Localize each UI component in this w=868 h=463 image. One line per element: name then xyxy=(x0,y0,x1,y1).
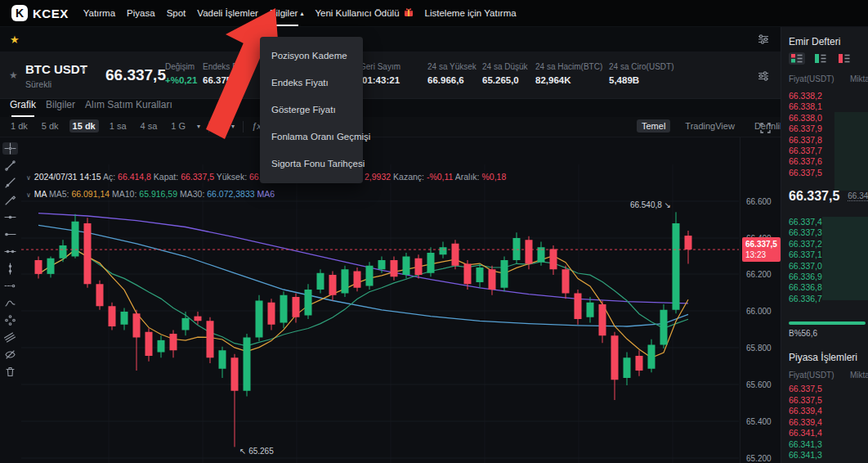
index-price[interactable]: 66.343 xyxy=(848,191,868,201)
ask-row[interactable]: 66.337,9 xyxy=(781,124,868,134)
chart-mode-tradingview[interactable]: TradingView xyxy=(680,119,740,133)
collapse-chevron-icon[interactable]: ∨ xyxy=(26,191,31,199)
price-axis[interactable]: 66.337,5 13:23 66.60066.40066.20066.0006… xyxy=(740,137,781,463)
dropdown-item-2[interactable]: Gösterge Fiyatı xyxy=(260,97,363,124)
last-price: 66.337,5 xyxy=(105,66,166,84)
timeframe-1sa[interactable]: 1 sa xyxy=(106,119,130,133)
nav-item-1[interactable]: Piyasa xyxy=(127,0,155,26)
trade-row[interactable]: 66.341,4 xyxy=(781,428,868,439)
collapse-chevron-icon[interactable]: ∨ xyxy=(26,174,31,182)
ask-row[interactable]: 66.337,6 xyxy=(781,156,868,167)
axis-price-label: 65.800 xyxy=(746,344,772,353)
settings-sliders-icon[interactable] xyxy=(758,34,769,48)
tool-horizontal-line-icon[interactable] xyxy=(2,211,18,223)
trade-row[interactable]: 66.337,5 xyxy=(781,384,868,395)
tab-alım-satım-kuralları[interactable]: Alım Satım Kuralları xyxy=(85,99,172,117)
tool-vertical-line-icon[interactable] xyxy=(2,263,18,275)
ask-row[interactable]: 66.337,7 xyxy=(781,146,868,156)
nav-item-4[interactable]: Bilgiler▴ xyxy=(270,0,304,26)
dropdown-item-0[interactable]: Pozisyon Kademe xyxy=(260,43,363,70)
bid-row[interactable]: 66.336,9 xyxy=(781,272,868,282)
timeframe-1dk[interactable]: 1 dk xyxy=(7,119,31,133)
ticker-stat: 24 sa Ciro(USDT)5,489B xyxy=(609,62,673,85)
tool-ray-line-icon[interactable] xyxy=(2,177,18,189)
ask-row[interactable]: 66.337,5 xyxy=(781,168,868,178)
nav-item-6[interactable]: Listeleme için Yatırma xyxy=(425,0,517,26)
tab-grafik[interactable]: Grafik xyxy=(10,99,36,117)
tool-measure-line-icon[interactable] xyxy=(2,280,18,292)
bid-row[interactable]: 66.337,2 xyxy=(781,239,868,249)
toolbar-divider xyxy=(208,121,209,133)
favorite-star-icon[interactable]: ★ xyxy=(10,34,20,46)
ticker-stat-label: 24 sa Ciro(USDT) xyxy=(609,62,673,71)
symbol-star-icon[interactable]: ★ xyxy=(9,70,18,81)
book-layout-bids-icon[interactable] xyxy=(812,52,829,65)
ask-row[interactable]: 66.338,2 xyxy=(781,91,868,101)
timeframe-5dk[interactable]: 5 dk xyxy=(38,119,62,133)
trade-row[interactable]: 66.339,4 xyxy=(781,406,868,417)
kcex-logo[interactable]: K KCEX xyxy=(11,5,69,21)
symbol-caret-icon[interactable]: ▾ xyxy=(82,65,86,74)
buy-ratio-bar xyxy=(789,321,866,325)
book-layout-asks-icon[interactable] xyxy=(836,52,852,65)
candle-style-caret-icon[interactable]: ▾ xyxy=(231,123,235,130)
tool-parallel-channel-icon[interactable] xyxy=(2,331,18,344)
ticker-stat-label: Değişim xyxy=(165,62,197,71)
timeframe-4sa[interactable]: 4 sa xyxy=(137,119,161,133)
nav-item-2[interactable]: Spot xyxy=(167,0,186,26)
dropdown-item-3[interactable]: Fonlama Oranı Geçmişi xyxy=(260,124,363,151)
tool-extended-line-icon[interactable] xyxy=(2,245,18,258)
nav-item-label: Spot xyxy=(167,8,186,18)
fullscreen-icon[interactable] xyxy=(760,122,771,137)
timeframe-1G[interactable]: 1 G xyxy=(168,119,189,133)
bid-row[interactable]: 66.337,1 xyxy=(781,249,868,260)
bid-row[interactable]: 66.337,4 xyxy=(781,217,868,227)
bid-row[interactable]: 66.337,0 xyxy=(781,261,868,272)
ask-row[interactable]: 66.338,1 xyxy=(781,101,868,112)
ticker-stat-value: 66.966,6 xyxy=(427,75,477,85)
ticker-settings-icon[interactable] xyxy=(758,70,769,85)
trade-row[interactable]: 66.337,5 xyxy=(781,395,868,407)
caret-up-icon: ▴ xyxy=(300,10,303,17)
nav-item-5[interactable]: Yeni Kullanıcı Ödülü xyxy=(315,0,413,26)
timeframe-15dk[interactable]: 15 dk xyxy=(69,119,99,133)
chart-mode-temel[interactable]: Temel xyxy=(637,119,670,133)
book-layout-both-icon[interactable] xyxy=(789,52,805,65)
trade-row[interactable]: 66.339,4 xyxy=(781,417,868,429)
tool-brush-icon[interactable] xyxy=(2,297,18,309)
tool-shapes-icon[interactable] xyxy=(2,314,18,326)
ask-row[interactable]: 66.338,0 xyxy=(781,113,868,124)
tool-eye-off-icon[interactable] xyxy=(2,348,18,361)
tool-crosshair-icon[interactable] xyxy=(2,142,18,155)
nav-item-3[interactable]: Vadeli İşlemler xyxy=(197,0,258,26)
nav-item-0[interactable]: Yatırma xyxy=(83,0,115,26)
svg-text:↖ 65.265: ↖ 65.265 xyxy=(239,447,274,456)
candle-style-icon[interactable] xyxy=(217,121,228,133)
tool-pencil-line-icon[interactable] xyxy=(2,194,18,206)
nav-item-label: Yeni Kullanıcı Ödülü xyxy=(315,8,399,18)
bid-row[interactable]: 66.337,3 xyxy=(781,227,868,238)
tool-horizontal-ray-icon[interactable] xyxy=(2,228,18,240)
gain-range-chip: 2,9932 Kazanç: -%0,11 Aralık: %0,18 xyxy=(360,170,510,183)
ticker-stat: Endeks Fiyatı66.375,3 xyxy=(203,62,253,85)
chart-area[interactable]: 66.540,8 ↘↖ 65.265 ∨2024/07/31 14:15 Aç:… xyxy=(0,137,781,463)
top-nav: K KCEX YatırmaPiyasaSpotVadeli İşlemlerB… xyxy=(0,0,868,27)
axis-price-label: 66.000 xyxy=(746,307,772,316)
toolbar-divider xyxy=(243,121,244,133)
bid-row[interactable]: 66.336,7 xyxy=(781,294,868,304)
ask-row[interactable]: 66.337,8 xyxy=(781,135,868,146)
ticker-stat-value: 66.375,3 xyxy=(203,75,253,85)
trade-row[interactable]: 66.341,3 xyxy=(781,450,868,461)
bilgiler-dropdown: Pozisyon KademeEndeks FiyatıGösterge Fiy… xyxy=(260,37,363,183)
dropdown-item-4[interactable]: Sigorta Fonu Tarihçesi xyxy=(260,151,363,178)
symbol-name[interactable]: BTC USDT xyxy=(25,62,87,76)
trade-row[interactable]: 66.341,3 xyxy=(781,439,868,451)
tool-trash-icon[interactable] xyxy=(2,366,18,378)
candlestick-chart[interactable]: 66.540,8 ↘↖ 65.265 xyxy=(0,137,781,463)
favorites-bar: ★ xyxy=(0,27,781,52)
tool-trend-line-icon[interactable] xyxy=(2,160,18,172)
dropdown-item-1[interactable]: Endeks Fiyatı xyxy=(260,70,363,97)
timeframe-more-caret-icon[interactable]: ▾ xyxy=(197,123,200,130)
tab-bilgiler[interactable]: Bilgiler xyxy=(46,99,75,117)
bid-row[interactable]: 66.336,8 xyxy=(781,282,868,293)
